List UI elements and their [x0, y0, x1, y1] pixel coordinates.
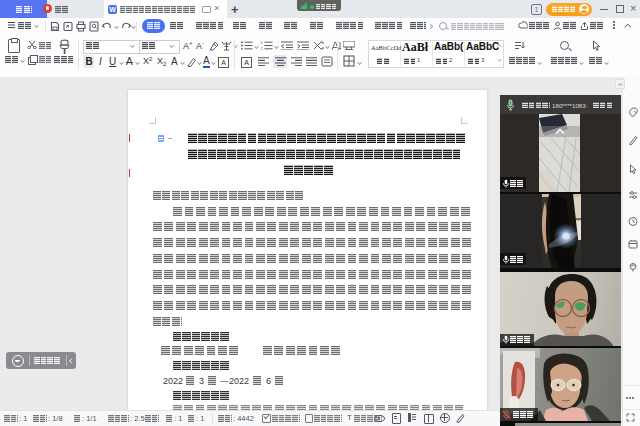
svg-text:1: 1	[261, 41, 264, 45]
svg-text:2: 2	[261, 46, 264, 50]
